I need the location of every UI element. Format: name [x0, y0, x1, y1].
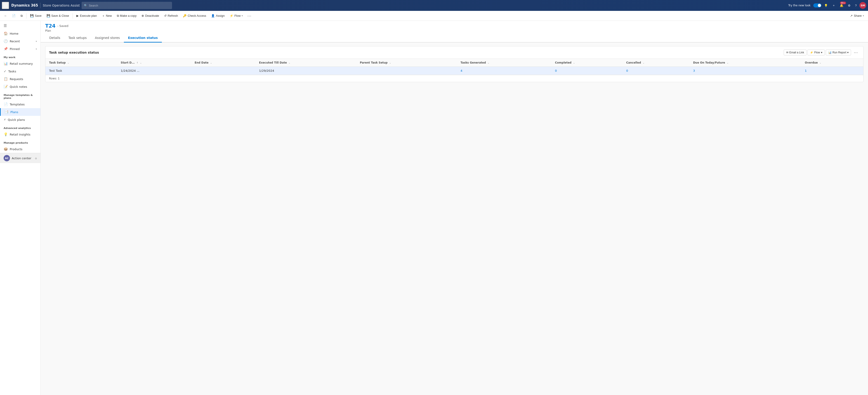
col-sort-icon-completed: ⌄ — [573, 61, 575, 64]
sidebar-item-retail-summary[interactable]: 📊 Retail summary — [0, 60, 40, 67]
home-icon: 🏠 — [4, 31, 8, 35]
sidebar-item-recent[interactable]: 🕐 Recent ▾ — [0, 37, 40, 45]
col-sort-icon-tasks-gen: ⌄ — [488, 61, 489, 64]
check-access-icon: 🔑 — [183, 14, 186, 18]
table-row[interactable]: Test Task 1/24/2024 ... 1/29/2024 4 0 0 … — [45, 67, 863, 75]
manage-templates-header: Manage templates & plans — [0, 90, 40, 101]
tab-execution-status[interactable]: Execution status — [124, 34, 162, 43]
more-options-button[interactable]: ⋯ — [246, 12, 253, 20]
col-sort-icon-executed: ⌄ — [288, 61, 290, 64]
table-flow-button[interactable]: ⚡ Flow ▾ — [807, 50, 825, 55]
tab-task-setups[interactable]: Task setups — [64, 34, 91, 43]
tasks-generated-link[interactable]: 4 — [460, 69, 462, 73]
copy-doc-button[interactable]: ⧉ — [18, 13, 25, 19]
back-button[interactable]: ← — [2, 13, 9, 19]
save-button[interactable]: 💾 Save — [28, 13, 44, 19]
cell-parent-task-setup — [356, 67, 457, 75]
add-button[interactable]: ＋ — [831, 2, 837, 9]
recent-icon: 🕐 — [4, 39, 8, 43]
col-start-date[interactable]: Start D... ↑ ⌄ — [117, 59, 191, 67]
flow-icon: ⚡ — [230, 14, 233, 18]
table-more-button[interactable]: ⋯ — [852, 49, 860, 56]
flow-button[interactable]: ⚡ Flow ▾ — [227, 13, 245, 19]
pinned-expand-icon: ▾ — [36, 48, 37, 50]
new-button[interactable]: ＋ New — [100, 12, 114, 19]
dynamics-logo: Dynamics 365 — [11, 3, 38, 7]
content-area: T24 - Saved Plan Details Task setups Ass… — [41, 21, 868, 395]
col-sort-icon-cancelled: ⌄ — [643, 61, 645, 64]
sidebar-item-home[interactable]: 🏠 Home — [0, 30, 40, 37]
settings-button[interactable]: ⚙ — [846, 2, 852, 8]
email-link-icon: ✉ — [786, 51, 788, 54]
cancelled-link[interactable]: 0 — [626, 69, 628, 73]
avatar[interactable]: SM — [860, 2, 866, 9]
sidebar-item-quick-plans[interactable]: ⚡ Quick plans — [0, 116, 40, 123]
refresh-icon: ↺ — [164, 14, 166, 18]
sidebar-item-requests[interactable]: 📋 Requests — [0, 75, 40, 83]
cell-completed[interactable]: 0 — [551, 67, 622, 75]
refresh-button[interactable]: ↺ Refresh — [162, 13, 180, 19]
lightbulb-button[interactable]: 💡 — [822, 2, 830, 8]
recent-expand-icon: ▾ — [36, 40, 37, 43]
deactivate-button[interactable]: ⊗ Deactivate — [139, 13, 161, 19]
pinned-icon: 📌 — [4, 47, 8, 51]
col-overdue[interactable]: Overdue ⌄ — [801, 59, 863, 67]
cell-overdue[interactable]: 1 — [801, 67, 863, 75]
email-link-button[interactable]: ✉ Email a Link — [784, 50, 807, 55]
action-center-row[interactable]: AC Action center ◇ — [0, 153, 40, 163]
table-header: Task setup execution status ✉ Email a Li… — [45, 46, 863, 59]
save-icon: 💾 — [30, 14, 34, 18]
cell-cancelled[interactable]: 0 — [622, 67, 689, 75]
app-menu-button[interactable] — [2, 2, 9, 9]
advanced-analytics-header: Advanced analytics — [0, 123, 40, 131]
col-sort-icon-end-date: ⌄ — [210, 61, 212, 64]
run-report-button[interactable]: 📊 Run Report ▾ — [826, 50, 851, 55]
action-center-expand-icon: ◇ — [35, 157, 37, 160]
copy-doc-icon: ⧉ — [21, 14, 23, 18]
assign-button[interactable]: 👤 Assign — [209, 13, 227, 19]
due-on-today-link[interactable]: 3 — [693, 69, 695, 73]
cell-due-on-today[interactable]: 3 — [689, 67, 801, 75]
action-center-label: Action center — [12, 157, 31, 160]
cell-tasks-generated[interactable]: 4 — [457, 67, 551, 75]
tab-assigned-stores[interactable]: Assigned stores — [91, 34, 124, 43]
execute-plan-button[interactable]: ▶ Execute plan — [74, 13, 99, 19]
tasks-icon: ✓ — [4, 69, 6, 73]
col-due-on-today[interactable]: Due On Today/Future ⌄ — [689, 59, 801, 67]
sidebar-item-plans[interactable]: 📑 Plans — [0, 108, 40, 116]
help-button[interactable]: ? — [853, 2, 859, 8]
record-type: Plan — [45, 29, 864, 34]
doc-button[interactable]: 📄 — [10, 13, 18, 19]
sidebar-item-templates[interactable]: 📄 Templates — [0, 101, 40, 108]
col-task-setup[interactable]: Task Setup ⌄ — [45, 59, 117, 67]
sidebar-item-retail-insights[interactable]: 💡 Retail insights — [0, 131, 40, 138]
app-name-label: Store Operations Assist — [43, 4, 80, 7]
table-card: Task setup execution status ✉ Email a Li… — [45, 46, 864, 82]
sidebar-item-quick-notes[interactable]: 📝 Quick notes — [0, 83, 40, 90]
col-tasks-generated[interactable]: Tasks Generated ⌄ — [457, 59, 551, 67]
sidebar-item-tasks[interactable]: ✓ Tasks — [0, 67, 40, 75]
search-icon: 🔍 — [84, 4, 88, 7]
search-bar[interactable]: 🔍 — [82, 2, 172, 9]
save-close-button[interactable]: 💾 Save & Close — [44, 13, 71, 19]
col-completed[interactable]: Completed ⌄ — [551, 59, 622, 67]
col-cancelled[interactable]: Cancelled ⌄ — [622, 59, 689, 67]
sidebar-item-pinned[interactable]: 📌 Pinned ▾ — [0, 45, 40, 53]
table-title: Task setup execution status — [49, 51, 781, 54]
completed-link[interactable]: 0 — [555, 69, 557, 73]
check-access-button[interactable]: 🔑 Check Access — [181, 13, 209, 19]
share-button[interactable]: ↗ Share ▾ — [848, 13, 866, 19]
sidebar-collapse-button[interactable]: ☰ — [0, 22, 40, 30]
overdue-link[interactable]: 1 — [805, 69, 807, 73]
new-icon: ＋ — [102, 14, 105, 18]
col-parent-task-setup[interactable]: Parent Task Setup ⌄ — [356, 59, 457, 67]
col-executed-till-date[interactable]: Executed Till Date ⌄ — [255, 59, 356, 67]
col-end-date[interactable]: End Date ⌄ — [191, 59, 255, 67]
search-input[interactable] — [89, 4, 170, 7]
tab-details[interactable]: Details — [45, 34, 64, 43]
try-new-look-toggle[interactable] — [813, 3, 822, 7]
sidebar-item-products[interactable]: 📦 Products — [0, 145, 40, 153]
make-copy-button[interactable]: ⧉ Make a copy — [115, 13, 139, 19]
deactivate-icon: ⊗ — [142, 14, 144, 18]
make-copy-icon: ⧉ — [117, 14, 119, 18]
